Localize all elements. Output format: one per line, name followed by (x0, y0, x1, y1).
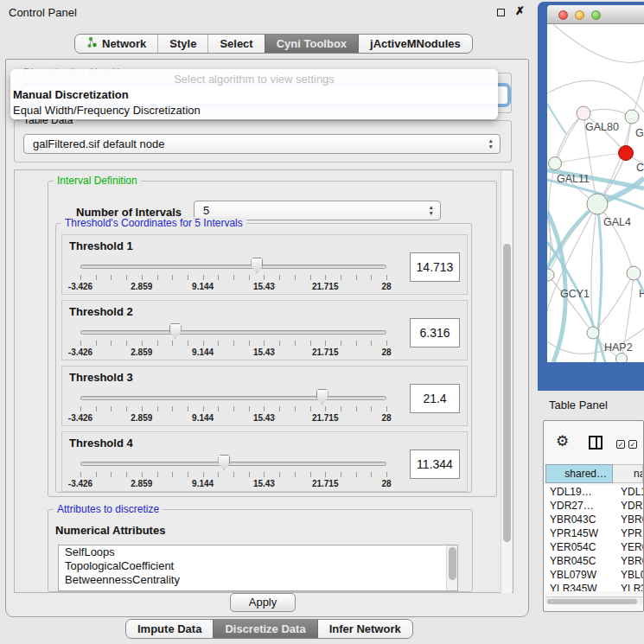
list-scrollbar-thumb[interactable] (449, 547, 456, 580)
slider-tick (325, 341, 326, 346)
apply-button[interactable]: Apply (230, 593, 296, 612)
attribute-list-item[interactable]: SelfLoops (59, 545, 457, 559)
cell-shared-name: YLR345W (545, 582, 613, 591)
slider-tick (126, 341, 127, 346)
table-header-row: shared… na (545, 464, 643, 483)
bottom-tab-discretize-data[interactable]: Discretize Data (213, 620, 316, 638)
stepper-arrows-icon[interactable]: ▲▼ (488, 138, 494, 150)
slider-tick-label: 28 (381, 479, 391, 488)
close-icon[interactable]: ✗ (514, 5, 526, 16)
settings-scroll-area: Interval Definition Number of Intervals … (14, 169, 513, 593)
slider-tick (142, 406, 143, 411)
slider-tick (310, 472, 311, 477)
threshold-title: Threshold 2 (69, 305, 133, 318)
network-edge[interactable] (591, 204, 597, 333)
table-row[interactable]: YBL079WYBL0 (545, 568, 643, 582)
stepper-arrows-icon[interactable]: ▲▼ (429, 205, 434, 216)
cyni-bottom-tabbar: Impute DataDiscretize DataInfer Network (125, 619, 413, 639)
network-edge[interactable] (547, 80, 644, 112)
network-window-titlebar[interactable] (547, 5, 644, 24)
tab-jactivemnodules[interactable]: jActiveMNodules (358, 35, 472, 53)
close-traffic-light-icon[interactable] (558, 10, 568, 20)
slider-tick-label: 9.144 (192, 348, 214, 357)
threshold-title: Threshold 1 (69, 239, 133, 252)
network-node-ga[interactable] (625, 110, 639, 124)
algorithm-option-manual[interactable]: Manual Discretization (10, 87, 498, 103)
table-data-combobox[interactable]: galFiltered.sif default node ▲▼ (23, 134, 501, 154)
vertical-scrollbar[interactable] (501, 171, 512, 593)
zoom-traffic-light-icon[interactable] (591, 10, 601, 20)
network-edge[interactable] (555, 113, 583, 163)
slider-track[interactable] (80, 462, 386, 466)
table-row[interactable]: YBR043CYBR0 (545, 513, 643, 526)
vertical-scrollbar-thumb[interactable] (503, 244, 511, 542)
network-node-gal11[interactable] (549, 157, 562, 170)
slider-tick (279, 406, 280, 411)
network-node-gal80[interactable] (577, 106, 590, 120)
slider-track[interactable] (80, 265, 386, 269)
network-node-gal4[interactable] (587, 194, 608, 214)
threshold-title: Threshold 4 (69, 437, 133, 450)
network-edge[interactable] (548, 204, 597, 275)
network-node-h[interactable] (627, 266, 641, 280)
column-split-icon[interactable] (589, 436, 603, 450)
network-node-gcy1[interactable] (547, 269, 554, 281)
slider-tick (356, 472, 357, 477)
table-row[interactable]: YDR27…YDR2 (545, 499, 643, 513)
column-header-shared-name[interactable]: shared… (545, 464, 613, 483)
slider-tick (325, 275, 326, 280)
slider-handle[interactable] (251, 258, 263, 273)
slider-track[interactable] (80, 396, 386, 400)
horizontal-scrollbar-thumb[interactable] (547, 599, 637, 604)
network-edge-highlighted[interactable] (547, 104, 566, 134)
tab-cyni-toolbox[interactable]: Cyni Toolbox (265, 35, 358, 53)
network-edge[interactable] (548, 275, 593, 333)
threshold-value-field[interactable]: 11.344 (410, 450, 460, 479)
network-edge[interactable] (555, 153, 626, 163)
column-header-name[interactable]: na (613, 464, 643, 483)
attribute-list-item[interactable]: BetweennessCentrality (59, 573, 457, 587)
table-row[interactable]: YBR045CYBR0 (545, 554, 643, 568)
slider-tick-label: 15.43 (253, 348, 275, 357)
slider-tick (111, 472, 112, 477)
tab-style[interactable]: Style (157, 35, 207, 53)
checkbox-icon[interactable]: ✓ (616, 440, 625, 449)
network-node[interactable] (616, 354, 628, 363)
checkbox-icon[interactable]: ✓ (628, 440, 637, 449)
threshold-value-field[interactable]: 6.316 (410, 318, 460, 348)
gear-icon[interactable]: ⚙ (556, 434, 569, 449)
minimize-traffic-light-icon[interactable] (575, 10, 584, 20)
table-row[interactable]: YER054CYER0 (545, 540, 643, 554)
slider-tick (188, 275, 188, 280)
bottom-tab-impute-data[interactable]: Impute Data (126, 620, 213, 638)
tab-network[interactable]: Network (75, 35, 157, 53)
table-row[interactable]: YDL19…YDL1 (545, 485, 643, 499)
float-window-icon[interactable] (497, 9, 505, 16)
network-edge[interactable] (553, 24, 644, 62)
numerical-attributes-list[interactable]: SelfLoopsTopologicalCoefficientBetweenne… (58, 545, 458, 591)
slider-tick (295, 406, 296, 411)
threshold-value-field[interactable]: 14.713 (410, 252, 460, 282)
tab-select[interactable]: Select (207, 35, 264, 53)
attribute-list-item[interactable]: TopologicalCoefficient (59, 559, 457, 573)
table-row[interactable]: YPR145WYPR1 (545, 526, 643, 540)
slider-handle[interactable] (218, 455, 230, 470)
slider-handle[interactable] (316, 389, 328, 405)
bottom-tab-infer-network[interactable]: Infer Network (317, 620, 412, 638)
slider-tick (80, 406, 81, 411)
horizontal-scrollbar[interactable] (545, 596, 643, 604)
network-canvas[interactable]: GAL80GACGAL11GAL4GCY1HHAP2 (547, 24, 644, 362)
list-scrollbar[interactable] (446, 545, 457, 590)
network-edge[interactable] (583, 113, 626, 153)
network-node-c[interactable] (619, 146, 634, 161)
threshold-value-field[interactable]: 21.4 (410, 384, 460, 413)
slider-track[interactable] (80, 330, 386, 335)
slider-tick-label: 2.859 (131, 348, 152, 357)
algorithm-option-equal-width[interactable]: Equal Width/Frequency Discretization (10, 103, 498, 118)
numerical-attributes-label: Numerical Attributes (55, 524, 165, 537)
slider-tick (96, 341, 97, 346)
slider-handle[interactable] (169, 323, 182, 339)
table-row[interactable]: YLR345WYLR3 (545, 582, 643, 591)
network-node-hap2[interactable] (587, 327, 599, 339)
network-node-label: GAL4 (603, 216, 631, 228)
